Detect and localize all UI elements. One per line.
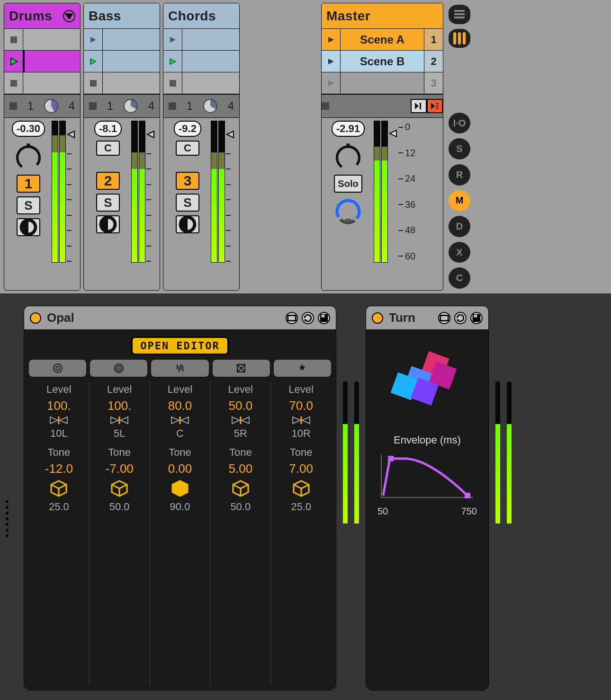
pie-icon[interactable] — [44, 99, 58, 113]
pan-value[interactable]: 5R — [234, 427, 247, 440]
tone-value[interactable]: 0.00 — [168, 461, 192, 476]
fader-pointer-icon[interactable] — [226, 130, 234, 139]
device-header[interactable]: Opal — [24, 306, 336, 330]
track-header[interactable]: Drums — [4, 3, 80, 29]
pan-icon[interactable] — [231, 416, 250, 425]
cue-knob[interactable] — [333, 196, 363, 227]
volume-readout[interactable]: -8.1 — [94, 121, 122, 137]
clip-slot-playing[interactable] — [84, 51, 160, 72]
track-number-button[interactable]: 2 — [96, 172, 120, 190]
back-to-arrangement-button[interactable] — [411, 99, 427, 113]
level-value[interactable]: 80.0 — [168, 399, 192, 413]
clip-slot-stopped[interactable] — [84, 29, 160, 51]
track-header[interactable]: Bass — [84, 3, 160, 29]
solo-button[interactable]: S — [176, 194, 199, 212]
clip-slot-empty[interactable] — [84, 72, 160, 94]
tone-value[interactable]: 7.00 — [289, 461, 313, 476]
monitor-button[interactable] — [17, 218, 40, 236]
pie-icon[interactable] — [124, 99, 138, 113]
menu-icon[interactable] — [449, 5, 470, 24]
m-button[interactable]: M — [449, 190, 470, 212]
cube-icon[interactable] — [110, 479, 129, 498]
pie-icon[interactable] — [203, 99, 217, 113]
s-button[interactable]: S — [449, 138, 470, 159]
expand-icon[interactable] — [286, 312, 298, 324]
pan-c-button[interactable]: C — [96, 141, 120, 156]
module-tab[interactable] — [90, 360, 147, 377]
refresh-icon[interactable] — [302, 312, 314, 324]
module-tab[interactable] — [29, 360, 86, 377]
cube-icon[interactable] — [292, 479, 311, 498]
env-release-value[interactable]: 750 — [461, 506, 477, 517]
pane-divider[interactable] — [0, 293, 611, 300]
device-on-icon[interactable] — [372, 312, 383, 324]
wet-value[interactable]: 50.0 — [109, 501, 130, 513]
clip-slot-playing[interactable] — [163, 51, 239, 72]
save-icon[interactable] — [318, 312, 330, 324]
columns-icon[interactable] — [449, 29, 470, 48]
module-tab[interactable] — [213, 360, 270, 377]
pan-icon[interactable] — [49, 416, 68, 425]
level-value[interactable]: 100. — [47, 399, 71, 413]
c-button[interactable]: C — [449, 267, 470, 289]
expand-icon[interactable] — [438, 312, 450, 324]
env-attack-value[interactable]: 50 — [377, 506, 388, 517]
device-header[interactable]: Turn — [366, 306, 488, 330]
d-button[interactable]: D — [449, 216, 470, 237]
pan-icon[interactable] — [171, 416, 189, 425]
solo-button[interactable]: S — [17, 196, 40, 214]
pan-value[interactable]: 5L — [114, 427, 125, 440]
stop-icon[interactable] — [169, 102, 176, 110]
solo-button[interactable]: S — [96, 194, 120, 212]
fold-icon[interactable] — [63, 10, 75, 22]
pan-icon[interactable] — [110, 416, 129, 425]
track-header[interactable]: Chords — [163, 3, 239, 29]
scene-row[interactable]: Scene B2 — [322, 51, 443, 72]
cube-icon[interactable] — [231, 479, 250, 498]
refresh-icon[interactable] — [454, 312, 467, 324]
fader-pointer-icon[interactable] — [389, 129, 397, 138]
track-number-button[interactable]: 1 — [17, 175, 40, 193]
monitor-button[interactable] — [96, 215, 120, 233]
fader-pointer-icon[interactable] — [67, 130, 75, 139]
volume-readout[interactable]: -0.30 — [12, 121, 45, 137]
stop-all-icon[interactable] — [322, 102, 329, 110]
wet-value[interactable]: 90.0 — [170, 501, 190, 513]
device-turn[interactable]: Turn Envelope (ms) — [366, 306, 489, 691]
tone-value[interactable]: 5.00 — [228, 461, 252, 476]
clip-slot-empty[interactable] — [4, 29, 80, 51]
wet-value[interactable]: 50.0 — [230, 501, 251, 513]
save-icon[interactable] — [470, 312, 483, 324]
pan-icon[interactable] — [292, 416, 311, 425]
fader-pointer-icon[interactable] — [146, 130, 155, 139]
level-value[interactable]: 100. — [108, 399, 132, 413]
pan-value[interactable]: 10L — [50, 427, 68, 440]
pan-knob[interactable] — [333, 141, 363, 171]
track-number-button[interactable]: 3 — [176, 172, 199, 190]
track-drums[interactable]: Drums 1 4 -0.30 1 S — [4, 3, 81, 291]
pan-knob[interactable] — [13, 141, 44, 171]
r-button[interactable]: R — [449, 164, 470, 186]
clip-slot-stopped[interactable] — [163, 29, 239, 51]
wet-value[interactable]: 25.0 — [291, 501, 311, 513]
tone-value[interactable]: -12.0 — [45, 461, 73, 476]
module-tab[interactable] — [151, 360, 208, 377]
pan-c-button[interactable]: C — [176, 141, 199, 156]
clip-slot-active[interactable] — [4, 51, 80, 72]
track-chords[interactable]: Chords 1 4 -9.2 C 3 S — [163, 3, 240, 291]
clip-slot-empty[interactable] — [163, 72, 239, 94]
follow-button[interactable] — [427, 99, 443, 113]
track-bass[interactable]: Bass 1 4 -8.1 C 2 S — [83, 3, 160, 291]
stop-icon[interactable] — [9, 102, 17, 110]
drag-handle-icon[interactable] — [6, 500, 9, 537]
track-drop-area[interactable] — [243, 3, 318, 291]
pan-value[interactable]: 10R — [291, 427, 310, 440]
cube-icon[interactable] — [171, 479, 189, 498]
tone-value[interactable]: -7.00 — [106, 461, 134, 476]
master-track[interactable]: Master Scene A1 Scene B2 3 -2.91 Solo 0 — [321, 3, 443, 291]
volume-readout[interactable]: -2.91 — [332, 121, 365, 137]
pan-value[interactable]: C — [176, 427, 184, 440]
level-value[interactable]: 50.0 — [228, 399, 252, 413]
x-button[interactable]: X — [449, 242, 470, 263]
monitor-button[interactable] — [176, 215, 199, 233]
